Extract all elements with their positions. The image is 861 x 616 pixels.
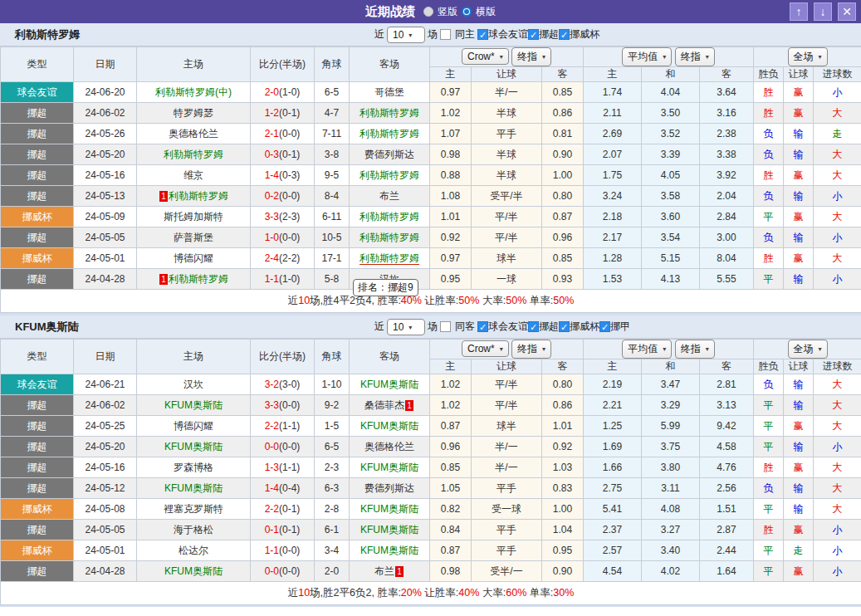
match-type-badge: 挪超 — [1, 437, 74, 457]
avg-draw: 3.11 — [642, 478, 700, 499]
avg-home: 2.18 — [584, 207, 642, 227]
odds-stage-select[interactable]: 终指▾ — [511, 340, 551, 359]
away-team-cell: 利勒斯特罗姆 — [350, 124, 430, 144]
away-team-link[interactable]: 利勒斯特罗姆 — [360, 211, 419, 222]
home-team-link[interactable]: KFUM奥斯陆 — [164, 399, 223, 411]
home-team-link[interactable]: 利勒斯特罗姆 — [169, 190, 228, 202]
odds-stage-select[interactable]: 终指▾ — [511, 47, 551, 66]
odds-away: 0.92 — [542, 437, 584, 457]
home-team-link[interactable]: 利勒斯特罗姆(中) — [155, 86, 232, 98]
away-team-link[interactable]: KFUM奥斯陆 — [360, 524, 418, 535]
result-winloss: 平 — [754, 561, 784, 582]
corners-cell: 2-8 — [315, 499, 350, 520]
away-team-link[interactable]: 桑德菲杰 — [364, 399, 404, 411]
away-team-link[interactable]: KFUM奥斯陆 — [360, 379, 418, 390]
league-checkbox[interactable]: ✓ — [559, 321, 570, 332]
away-team-link[interactable]: KFUM奥斯陆 — [360, 462, 418, 473]
away-team-link[interactable]: 奥德格伦兰 — [364, 441, 414, 452]
table-row: 挪超24-05-16罗森博格1-3(1-1)2-3KFUM奥斯陆0.85半/一1… — [1, 457, 861, 478]
away-team-link[interactable]: 利勒斯特罗姆 — [360, 169, 419, 181]
table-row: 挪超24-06-02KFUM奥斯陆3-3(0-0)9-2桑德菲杰11.02平/半… — [1, 395, 861, 416]
home-team-link[interactable]: 罗森博格 — [174, 462, 213, 473]
odds-home: 1.07 — [430, 124, 472, 144]
home-team-link[interactable]: 博德闪耀 — [174, 420, 213, 432]
away-team-link[interactable]: 费德列斯达 — [364, 149, 414, 160]
home-team-link[interactable]: 裡塞克罗斯特 — [164, 503, 223, 515]
result-handicap: 赢 — [784, 416, 814, 437]
corners-cell: 10-5 — [315, 227, 350, 248]
recent-count-select[interactable]: 10▾ — [387, 319, 425, 335]
away-team-link[interactable]: 利勒斯特罗姆 — [360, 128, 419, 139]
odds-handicap: 半球 — [472, 165, 542, 186]
avg-source-select[interactable]: 平均值▾ — [622, 340, 672, 359]
home-team-link[interactable]: 奥德格伦兰 — [169, 128, 218, 139]
avg-draw: 4.04 — [642, 82, 700, 103]
away-team-link[interactable]: 布兰 — [374, 565, 394, 577]
league-checkbox[interactable]: ✓ — [528, 29, 539, 40]
away-team-link[interactable]: 利勒斯特罗姆 — [360, 252, 419, 265]
avg-source-select[interactable]: 平均值▾ — [622, 47, 672, 66]
odds-source-select[interactable]: Crow*▾ — [462, 340, 509, 357]
home-team-link[interactable]: 博德闪耀 — [174, 252, 213, 264]
avg-draw: 5.15 — [642, 248, 700, 269]
home-team-link[interactable]: 斯托姆加斯特 — [164, 211, 223, 222]
home-team-link[interactable]: KFUM奥斯陆 — [164, 441, 223, 452]
away-team-link[interactable]: 布兰 — [379, 190, 399, 202]
column-header: 客场 — [350, 47, 430, 82]
column-header: 类型 — [1, 340, 74, 374]
home-team-link[interactable]: 特罗姆瑟 — [174, 107, 213, 119]
home-team-link[interactable]: 汉坎 — [183, 379, 203, 390]
recent-count-select[interactable]: 10▾ — [387, 27, 425, 43]
table-row: 挪威杯24-05-08裡塞克罗斯特2-2(0-1)2-8KFUM奥斯陆0.82受… — [1, 499, 861, 520]
horizontal-layout-radio[interactable] — [462, 7, 472, 17]
home-team-link[interactable]: 利勒斯特罗姆 — [169, 273, 228, 285]
match-type-badge: 挪超 — [1, 165, 74, 186]
away-team-cell: KFUM奥斯陆 — [350, 374, 430, 395]
move-up-button[interactable]: ↑ — [790, 2, 808, 21]
away-team-link[interactable]: 利勒斯特罗姆 — [360, 107, 419, 119]
home-team-link[interactable]: 利勒斯特罗姆 — [164, 149, 223, 160]
away-team-link[interactable]: 利勒斯特罗姆 — [360, 232, 419, 243]
home-team-cell: 汉坎 — [137, 374, 251, 395]
league-checkbox[interactable]: ✓ — [477, 29, 488, 40]
home-team-link[interactable]: KFUM奥斯陆 — [164, 482, 223, 494]
home-team-link[interactable]: KFUM奥斯陆 — [164, 565, 223, 577]
same-venue-checkbox[interactable] — [440, 321, 451, 332]
away-team-link[interactable]: KFUM奥斯陆 — [360, 545, 418, 556]
avg-draw: 3.58 — [642, 186, 700, 207]
chevron-down-icon: ▾ — [663, 345, 666, 353]
avg-home: 2.75 — [584, 478, 642, 499]
away-team-link[interactable]: KFUM奥斯陆 — [360, 503, 418, 515]
league-checkbox[interactable]: ✓ — [599, 321, 610, 332]
home-team-cell: 1利勒斯特罗姆 — [137, 269, 251, 290]
scope-select[interactable]: 全场▾ — [788, 47, 828, 66]
table-row: 挪超24-05-25博德闪耀2-2(1-1)1-5KFUM奥斯陆0.87球半1.… — [1, 416, 861, 437]
away-team-link[interactable]: 费德列斯达 — [364, 482, 414, 494]
move-down-button[interactable]: ↓ — [814, 2, 832, 21]
result-goals: 走 — [814, 124, 861, 144]
result-winloss: 平 — [754, 540, 784, 561]
same-venue-checkbox[interactable] — [440, 29, 451, 40]
column-header: 日期 — [74, 340, 137, 374]
odds-handicap: 半球 — [472, 103, 542, 124]
league-checkbox[interactable]: ✓ — [528, 321, 539, 332]
home-team-link[interactable]: 松达尔 — [179, 545, 208, 556]
vertical-layout-radio[interactable] — [423, 7, 433, 17]
avg-stage-select[interactable]: 终指▾ — [675, 47, 715, 66]
odds-away: 0.80 — [542, 186, 584, 207]
league-checkbox[interactable]: ✓ — [559, 29, 570, 40]
league-checkbox[interactable]: ✓ — [477, 321, 488, 332]
table-row: 挪超24-05-26奥德格伦兰2-1(0-0)7-11利勒斯特罗姆1.07平手0… — [1, 124, 861, 144]
home-team-link[interactable]: 维京 — [183, 169, 203, 181]
match-date: 24-05-13 — [74, 186, 137, 207]
away-team-link[interactable]: 哥德堡 — [374, 86, 404, 98]
chevron-down-icon: ▾ — [819, 345, 822, 353]
avg-home: 2.17 — [584, 227, 642, 248]
avg-stage-select[interactable]: 终指▾ — [675, 340, 715, 359]
odds-source-select[interactable]: Crow*▾ — [462, 48, 509, 65]
scope-select[interactable]: 全场▾ — [788, 340, 828, 359]
home-team-link[interactable]: 萨普斯堡 — [174, 232, 213, 243]
away-team-link[interactable]: KFUM奥斯陆 — [360, 420, 418, 432]
home-team-link[interactable]: 海于格松 — [174, 524, 213, 535]
close-icon[interactable]: ✕ — [838, 2, 856, 21]
